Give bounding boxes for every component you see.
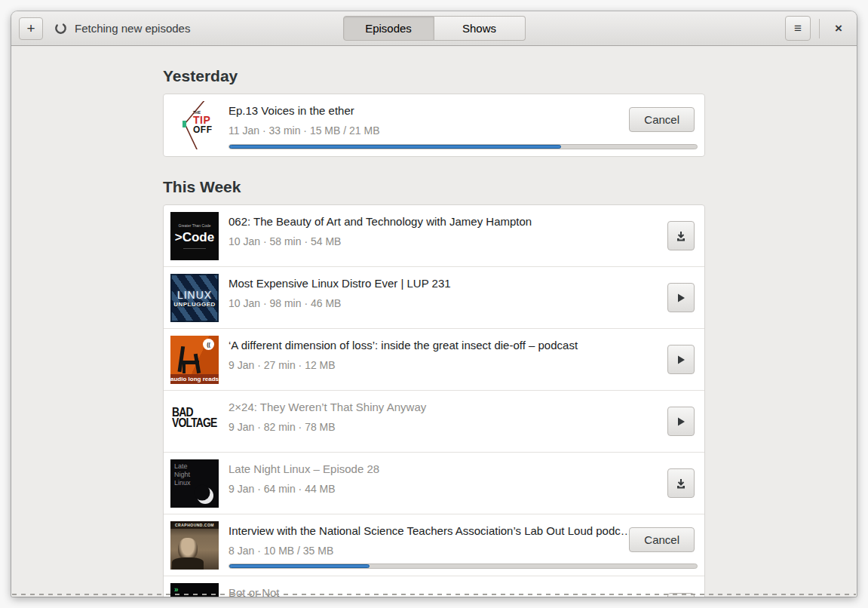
cover-art-bad-voltage: BAD VOLTAGE: [170, 398, 219, 446]
cover-text: OFF: [193, 125, 213, 134]
cover-text: CRAPHOUND.COM: [170, 521, 219, 529]
play-icon: [676, 355, 686, 365]
spinner-icon: [54, 22, 67, 35]
play-button[interactable]: [667, 283, 695, 312]
episode-meta: 10 Jan · 58 min · 54 MB: [229, 235, 667, 247]
episode-list-this-week: Greater Than Code >Code 062: The Beauty …: [163, 204, 705, 597]
download-button[interactable]: [667, 468, 695, 498]
episode-row: THE TIP OFF Ep.13 Voices in the ether 11…: [164, 94, 704, 156]
download-progress-fill: [229, 145, 561, 149]
episode-list-yesterday: THE TIP OFF Ep.13 Voices in the ether 11…: [163, 94, 705, 157]
section-title-yesterday: Yesterday: [163, 66, 705, 87]
download-progress-fill: [229, 564, 370, 568]
cover-art-greater-than-code: Greater Than Code >Code: [170, 212, 219, 260]
episode-row: Late Night Linux Late Night Linux – Epis…: [164, 453, 704, 514]
close-icon: ×: [835, 21, 842, 36]
tab-shows[interactable]: Shows: [434, 16, 526, 41]
scroll-undershoot-indicator: [12, 594, 856, 595]
play-button[interactable]: [667, 407, 695, 436]
episode-meta: 9 Jan · 27 min · 12 MB: [229, 359, 667, 371]
episode-meta: 11 Jan · 33 min · 15 MB / 21 MB: [229, 124, 629, 137]
cover-art-craphound: CRAPHOUND.COM: [170, 521, 219, 570]
download-icon: [675, 230, 687, 242]
podcasts-window: + Fetching new episodes Episodes Shows ≡…: [11, 11, 857, 597]
episode-meta: 9 Jan · 64 min · 44 MB: [229, 483, 667, 495]
cover-art-late-night-linux: Late Night Linux: [170, 459, 219, 508]
download-progressbar: [229, 563, 698, 569]
view-switcher: Episodes Shows: [343, 16, 526, 41]
episode-title: Most Expensive Linux Distro Ever | LUP 2…: [229, 277, 667, 290]
guardian-badge: ((: [203, 339, 214, 350]
play-button[interactable]: [667, 345, 695, 374]
episode-title: 062: The Beauty of Art and Technology wi…: [229, 215, 667, 229]
play-icon: [676, 416, 686, 427]
cover-text: TIP: [193, 115, 213, 125]
header-separator: [819, 19, 820, 38]
cover-text: »: [174, 585, 179, 594]
cover-text: VOLTAGE: [172, 418, 210, 428]
cover-art-the-tip-off: THE TIP OFF: [170, 101, 219, 149]
crescent-moon-graphic: [170, 459, 219, 508]
episode-meta: 8 Jan · 10 MB / 35 MB: [229, 545, 629, 557]
episode-row: CRAPHOUND.COM Interview with the Nationa…: [164, 514, 704, 576]
play-icon: [676, 293, 686, 303]
cover-text: LINUX: [177, 289, 212, 301]
episode-title: 2×24: They Weren’t That Shiny Anyway: [229, 401, 667, 414]
headerbar[interactable]: + Fetching new episodes Episodes Shows ≡…: [11, 11, 857, 46]
tab-episodes[interactable]: Episodes: [343, 16, 434, 41]
close-button[interactable]: ×: [828, 18, 849, 39]
download-progressbar: [229, 144, 698, 149]
cover-text: UNPLUGGED: [173, 301, 216, 308]
episode-meta: 9 Jan · 82 min · 78 MB: [229, 421, 667, 433]
episode-title: Ep.13 Voices in the ether: [229, 104, 629, 118]
cancel-download-button[interactable]: Cancel: [629, 527, 695, 552]
cover-art-audio-long-reads: (( audio long reads: [170, 336, 219, 384]
cover-text: audio long reads: [170, 374, 219, 384]
cover-text: >Code: [175, 230, 214, 245]
download-icon: [675, 477, 687, 490]
cover-art-linux-unplugged: LINUX UNPLUGGED: [170, 274, 219, 322]
headerbar-right: ≡ ×: [785, 16, 849, 41]
episode-row: (( audio long reads ‘A different dimensi…: [164, 329, 704, 391]
section-title-this-week: This Week: [163, 177, 705, 198]
episode-title: Late Night Linux – Episode 28: [229, 462, 667, 476]
episode-row: LINUX UNPLUGGED Most Expensive Linux Dis…: [164, 267, 704, 329]
menu-button[interactable]: ≡: [785, 16, 811, 41]
episode-row: BAD VOLTAGE 2×24: They Weren’t That Shin…: [164, 391, 704, 453]
cover-text: Greater Than Code: [179, 223, 211, 228]
download-button[interactable]: [667, 221, 695, 250]
episode-meta: 10 Jan · 98 min · 46 MB: [229, 297, 667, 309]
cancel-download-button[interactable]: Cancel: [629, 107, 695, 132]
episode-title: ‘A different dimension of loss’: inside …: [229, 339, 667, 352]
episodes-scroll-area[interactable]: Yesterday THE TIP OFF: [11, 46, 857, 597]
add-podcast-button[interactable]: +: [19, 17, 43, 40]
status-text: Fetching new episodes: [75, 22, 190, 35]
hamburger-icon: ≡: [794, 21, 802, 36]
episode-row: Greater Than Code >Code 062: The Beauty …: [164, 205, 704, 267]
episode-title: Interview with the National Science Teac…: [229, 524, 629, 538]
